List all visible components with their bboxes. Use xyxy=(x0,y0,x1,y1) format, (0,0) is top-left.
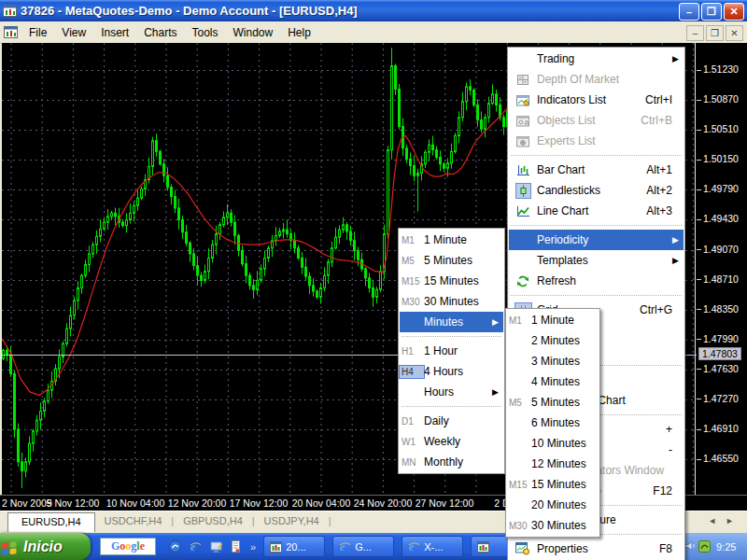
menu-item-label: Templates xyxy=(537,254,588,267)
chart-tab-eurusd[interactable]: EURUSD,H4 xyxy=(7,512,95,532)
ie-icon[interactable]: e xyxy=(190,540,202,553)
date-label: 10 Nov 04:00 xyxy=(106,497,164,509)
menu-item-trading[interactable]: Trading▶ xyxy=(509,49,684,69)
menu-item-12-minutes[interactable]: 12 Minutes xyxy=(507,454,599,474)
menu-item-periodicity[interactable]: Periodicity▶ xyxy=(509,230,684,250)
menubar-item-file[interactable]: File xyxy=(21,23,54,42)
taskbar-task-1[interactable]: 20... xyxy=(263,536,325,557)
taskbar-task-3[interactable]: eX-... xyxy=(402,536,463,557)
menu-item-15-minutes[interactable]: M1515 Minutes xyxy=(400,271,503,291)
menu-separator xyxy=(509,151,684,160)
mdi-minimize-button[interactable]: – xyxy=(686,25,704,41)
menu-item-label: Depth Of Market xyxy=(537,73,619,86)
price-label: 1.48350 xyxy=(703,303,739,315)
price-tick xyxy=(697,219,701,220)
menubar-item-tools[interactable]: Tools xyxy=(185,23,226,42)
menu-item-1-hour[interactable]: H11 Hour xyxy=(400,341,503,361)
metatrader-window: 37826 - MetaQuotes-Demo - Demo Account -… xyxy=(0,0,747,560)
price-tick xyxy=(697,70,701,71)
title-bar: 37826 - MetaQuotes-Demo - Demo Account -… xyxy=(0,0,747,21)
menu-item-bar-chart[interactable]: Bar ChartAlt+1 xyxy=(509,160,684,180)
menu-item-label: 6 Minutes xyxy=(531,416,580,429)
taskbar-task-2[interactable]: eG... xyxy=(332,536,394,557)
price-label: 1.49790 xyxy=(703,183,739,194)
menu-item-minutes[interactable]: Minutes▶ xyxy=(400,312,503,332)
price-tick xyxy=(697,369,701,370)
menu-item-label: Line Chart xyxy=(537,204,588,217)
mdi-restore-button[interactable]: ❐ xyxy=(706,25,724,41)
price-axis[interactable]: 1.47803 1.512301.508701.505101.501501.49… xyxy=(697,43,747,495)
menu-item-candlesticks[interactable]: CandlesticksAlt+2 xyxy=(509,180,684,201)
chart-tab-usdchf[interactable]: USDCHF,H4 xyxy=(95,511,172,532)
messenger-icon[interactable] xyxy=(169,540,181,553)
menu-item-depth-of-market[interactable]: Depth Of Market xyxy=(509,69,684,90)
period-badge-m30: M30 xyxy=(400,296,424,308)
chart-tab-usdjpy[interactable]: USDJPY,H4 xyxy=(255,511,329,532)
menu-item-templates[interactable]: Templates▶ xyxy=(509,250,684,271)
menu-item-label: 4 Minutes xyxy=(531,375,580,388)
menu-item-5-minutes[interactable]: M55 Minutes xyxy=(507,392,599,413)
menubar-item-help[interactable]: Help xyxy=(280,23,318,42)
tab-scroll-arrows[interactable]: ◄► xyxy=(708,516,743,525)
refresh-icon xyxy=(509,275,537,287)
menu-shortcut: Ctrl+B xyxy=(641,114,672,127)
menu-item-properties[interactable]: PropertiesF8 xyxy=(509,539,684,559)
period-badge-d1: D1 xyxy=(400,415,424,427)
tab-divider: | xyxy=(329,511,331,532)
menu-item-3-minutes[interactable]: 3 Minutes xyxy=(507,351,599,371)
menubar-item-window[interactable]: Window xyxy=(226,23,281,42)
menu-item-refresh[interactable]: Refresh xyxy=(509,271,684,291)
menubar-item-view[interactable]: View xyxy=(54,23,93,42)
restore-button[interactable]: ❐ xyxy=(701,3,722,21)
menu-separator xyxy=(400,332,503,341)
start-button[interactable]: Inicio xyxy=(0,533,91,560)
chart-tab-gbpusd[interactable]: GBPUSD,H4 xyxy=(174,511,252,532)
menu-item-30-minutes[interactable]: M3030 Minutes xyxy=(507,515,599,536)
menubar-item-charts[interactable]: Charts xyxy=(136,23,184,42)
menu-item-30-minutes[interactable]: M3030 Minutes xyxy=(400,291,503,312)
menu-item-4-hours[interactable]: H44 Hours xyxy=(400,361,503,382)
mdi-close-button[interactable]: ✕ xyxy=(726,25,743,41)
price-label: 1.50870 xyxy=(703,93,739,105)
period-badge-h1: H1 xyxy=(400,345,424,357)
submenu-arrow-icon: ▶ xyxy=(672,235,679,245)
menu-item-monthly[interactable]: MNMonthly xyxy=(400,452,503,472)
close-button[interactable]: ✕ xyxy=(724,3,744,21)
menu-item-label: 20 Minutes xyxy=(531,498,586,511)
menu-item-hours[interactable]: Hours▶ xyxy=(400,382,503,402)
menu-item-15-minutes[interactable]: M1515 Minutes xyxy=(507,474,599,495)
menu-item-2-minutes[interactable]: 2 Minutes xyxy=(507,330,599,351)
desktop-icon[interactable] xyxy=(210,540,222,553)
menubar-item-insert[interactable]: Insert xyxy=(93,23,136,42)
date-label: 5 Nov 12:00 xyxy=(47,497,100,509)
document-icon[interactable] xyxy=(231,540,241,553)
candlesticks-icon xyxy=(509,183,537,199)
menu-item-1-minute[interactable]: M11 Minute xyxy=(400,230,503,250)
menu-shortcut: + xyxy=(666,423,672,436)
menu-item-line-chart[interactable]: Line ChartAlt+3 xyxy=(509,201,684,221)
properties-icon xyxy=(509,542,537,555)
menu-item-5-minutes[interactable]: M55 Minutes xyxy=(400,250,503,271)
menu-item-indicators-list[interactable]: Indicators ListCtrl+I xyxy=(509,90,684,110)
menu-separator xyxy=(509,291,684,300)
menu-item-daily[interactable]: D1Daily xyxy=(400,411,503,431)
menu-item-objects-list[interactable]: Objects ListCtrl+B xyxy=(509,110,684,131)
price-label: 1.50510 xyxy=(703,123,739,134)
current-price-badge: 1.47803 xyxy=(698,347,741,360)
menu-item-experts-list[interactable]: Experts List xyxy=(509,131,684,151)
price-label: 1.51230 xyxy=(703,63,739,75)
menu-item-4-minutes[interactable]: 4 Minutes xyxy=(507,371,599,392)
menu-item-20-minutes[interactable]: 20 Minutes xyxy=(507,495,599,515)
price-label: 1.49070 xyxy=(703,244,739,255)
minimize-button[interactable]: – xyxy=(679,3,699,21)
window-title: 37826 - MetaQuotes-Demo - Demo Account -… xyxy=(21,4,358,18)
google-deskbar[interactable]: Google xyxy=(100,538,156,555)
date-label: 27 Nov 12:00 xyxy=(416,497,473,509)
menu-item-label: 3 Minutes xyxy=(531,355,580,368)
menu-item-6-minutes[interactable]: 6 Minutes xyxy=(507,413,599,433)
menu-item-10-minutes[interactable]: 10 Minutes xyxy=(507,433,599,454)
app-icon xyxy=(3,5,17,17)
menu-item-weekly[interactable]: W1Weekly xyxy=(400,431,503,452)
bar-chart-icon xyxy=(509,164,537,176)
menu-item-1-minute[interactable]: M11 Minute xyxy=(507,310,599,330)
